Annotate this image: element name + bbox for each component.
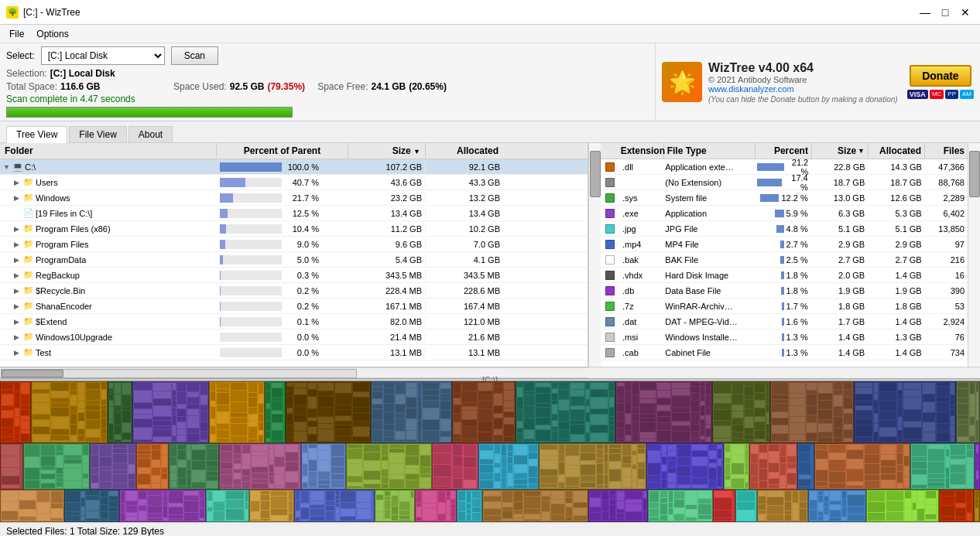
right-scrollbar-thumb[interactable]	[969, 151, 980, 197]
ext-row[interactable]: .msi Windows Installe… 1.3 % 1.4 GB 1.3 …	[601, 329, 968, 345]
allocated-column-header-r[interactable]: Allocated	[869, 143, 925, 159]
close-button[interactable]: ✕	[957, 4, 974, 21]
tab-tree-view[interactable]: Tree View	[6, 126, 67, 143]
ext-row[interactable]: .db Data Base File 1.8 % 1.9 GB 1.9 GB 3…	[601, 283, 968, 299]
ext-filetype: MP4 File	[662, 239, 754, 250]
selection-label: Selection:	[6, 68, 47, 79]
size-column-header-r[interactable]: Size ▼	[812, 143, 869, 159]
ext-files: 6,402	[925, 208, 968, 219]
ext-percent: 2.5 %	[754, 254, 810, 265]
horizontal-scrollbar[interactable]	[0, 367, 588, 378]
minimize-button[interactable]: —	[917, 4, 934, 21]
tree-row[interactable]: ▶ 📁 Users 40.7 % 43.6 GB 43.3 GB	[0, 175, 588, 190]
allocated-column-header[interactable]: Allocated	[426, 143, 503, 159]
ext-color-swatch	[601, 317, 619, 326]
files-column-header[interactable]: Files	[925, 143, 968, 159]
expand-icon: ▶	[14, 271, 22, 279]
tab-strip: Tree View File View About	[0, 123, 980, 143]
size-column-header[interactable]: Size ▼	[348, 143, 426, 159]
ext-size: 2.7 GB	[811, 254, 868, 265]
ext-extension: .msi	[619, 332, 662, 343]
ext-allocated: 1.4 GB	[868, 316, 924, 327]
tree-row[interactable]: ▶ 📁 $Extend 0.1 % 82.0 MB 121.0 MB	[0, 314, 588, 329]
pct-bar-wrap	[220, 348, 282, 357]
pct-bar	[220, 240, 225, 249]
ext-row[interactable]: .mp4 MP4 File 2.7 % 2.9 GB 2.9 GB 97	[601, 237, 968, 252]
ext-row[interactable]: .cab Cabinet File 1.3 % 1.4 GB 1.4 GB 73…	[601, 345, 968, 360]
tree-row[interactable]: ▶ 📁 ProgramData 5.0 % 5.4 GB 4.1 GB	[0, 252, 588, 268]
menu-file[interactable]: File	[3, 27, 30, 41]
ext-row[interactable]: .dat DAT - MPEG-Vid… 1.6 % 1.7 GB 1.4 GB…	[601, 314, 968, 329]
ext-files: 216	[925, 254, 968, 265]
tree-row[interactable]: ▶ 📁 Program Files 9.0 % 9.6 GB 7.0 GB	[0, 237, 588, 252]
donate-button[interactable]: Donate	[910, 65, 971, 87]
menu-options[interactable]: Options	[30, 27, 74, 41]
percent-column-header-r[interactable]: Percent	[756, 143, 812, 159]
folder-name: ShanaEncoder	[36, 302, 92, 311]
wiztree-info: WizTree v4.00 x64 © 2021 Antibody Softwa…	[708, 61, 901, 104]
tree-row[interactable]: ▶ 📁 Windows 21.7 % 23.2 GB 13.2 GB	[0, 190, 588, 206]
expand-icon: ▶	[14, 302, 22, 310]
folder-icon: 📄	[23, 208, 34, 218]
percent-column-header[interactable]: Percent of Parent	[217, 143, 348, 159]
ext-row[interactable]: .7z WinRAR-Archiv… 1.7 % 1.8 GB 1.8 GB 5…	[601, 299, 968, 314]
ext-row[interactable]: .vhdx Hard Disk Image 1.8 % 2.0 GB 1.4 G…	[601, 268, 968, 283]
ext-extension: .7z	[619, 301, 662, 312]
folder-name: $Recycle.Bin	[36, 286, 85, 295]
tree-row[interactable]: ▶ 📁 ShanaEncoder 0.2 % 167.1 MB 167.4 MB	[0, 299, 588, 314]
tree-row[interactable]: ▼ 💻 C:\ 100.0 % 107.2 GB 92.1 GB	[0, 159, 588, 175]
h-scrollbar-thumb[interactable]	[2, 370, 63, 377]
expand-icon: ▶	[14, 256, 22, 264]
ext-row[interactable]: .bak BAK File 2.5 % 2.7 GB 2.7 GB 216	[601, 252, 968, 268]
scan-button[interactable]: Scan	[171, 46, 218, 65]
titlebar: 🌳 [C:] - WizTree — □ ✕	[0, 0, 980, 25]
ext-row[interactable]: .exe Application 5.9 % 6.3 GB 5.3 GB 6,4…	[601, 206, 968, 221]
left-scrollbar-thumb[interactable]	[590, 151, 601, 197]
tab-about[interactable]: About	[128, 126, 173, 142]
ext-allocated: 5.1 GB	[868, 224, 924, 234]
ext-extension: .sys	[619, 193, 662, 203]
tree-row[interactable]: ▶ 📁 Windows10Upgrade 0.0 % 21.4 MB 21.6 …	[0, 329, 588, 345]
pct-bar-wrap	[220, 255, 282, 265]
folder-name: Windows10Upgrade	[36, 333, 112, 342]
payment-icons: VISA MC PP AM	[907, 90, 974, 99]
folder-tree-header: Folder Percent of Parent Size ▼ Allocate…	[0, 143, 588, 159]
ext-color-swatch	[601, 162, 619, 172]
ext-extension	[619, 182, 662, 183]
tree-row[interactable]: ▶ 📁 $Recycle.Bin 0.2 % 228.4 MB 228.6 MB	[0, 283, 588, 299]
ext-row[interactable]: .sys System file 12.2 % 13.0 GB 12.6 GB …	[601, 190, 968, 206]
ext-color-swatch	[601, 193, 619, 203]
filetype-column-header[interactable]: File Type	[664, 143, 756, 159]
tree-row[interactable]: ▶ 📁 Test 0.0 % 13.1 MB 13.1 MB	[0, 345, 588, 360]
drive-select[interactable]: [C:] Local Disk	[41, 46, 165, 65]
ext-allocated: 2.7 GB	[868, 254, 924, 265]
wiztree-copyright: © 2021 Antibody Software	[708, 75, 901, 84]
ext-column-header[interactable]: Extension	[618, 143, 664, 159]
treemap-canvas[interactable]	[0, 381, 980, 522]
ext-size: 5.1 GB	[811, 224, 868, 234]
pct-text: 5.0 %	[285, 255, 319, 265]
pct-bar-wrap	[220, 302, 282, 311]
ext-row[interactable]: (No Extension) 17.4 % 18.7 GB 18.7 GB 88…	[601, 175, 968, 190]
folder-icon: 📁	[23, 347, 34, 357]
ext-allocated: 2.9 GB	[868, 239, 924, 250]
tab-file-view[interactable]: File View	[69, 126, 126, 142]
expand-icon: ▶	[14, 194, 22, 202]
color-column-header	[601, 143, 618, 159]
right-panel-scrollbar[interactable]	[968, 143, 980, 367]
statusbar: Selected Files: 1 Total Size: 129 Bytes	[0, 522, 980, 536]
pct-bar-wrap	[220, 317, 282, 326]
ext-size: 18.7 GB	[811, 177, 868, 188]
ext-row[interactable]: .jpg JPG File 4.8 % 5.1 GB 5.1 GB 13,850	[601, 221, 968, 237]
folder-icon: 📁	[23, 316, 34, 326]
pct-bar-wrap	[220, 240, 282, 249]
left-panel-scrollbar[interactable]	[588, 143, 601, 367]
pct-bar	[220, 193, 233, 203]
maximize-button[interactable]: □	[937, 4, 954, 21]
ext-size: 1.4 GB	[811, 347, 868, 358]
tree-row[interactable]: 📄 [19 Files in C:\] 12.5 % 13.4 GB 13.4 …	[0, 206, 588, 221]
ext-size: 1.9 GB	[811, 285, 868, 296]
tree-row[interactable]: ▶ 📁 RegBackup 0.3 % 343.5 MB 343.5 MB	[0, 268, 588, 283]
treemap[interactable]	[0, 381, 980, 522]
tree-row[interactable]: ▶ 📁 Program Files (x86) 10.4 % 11.2 GB 1…	[0, 221, 588, 237]
